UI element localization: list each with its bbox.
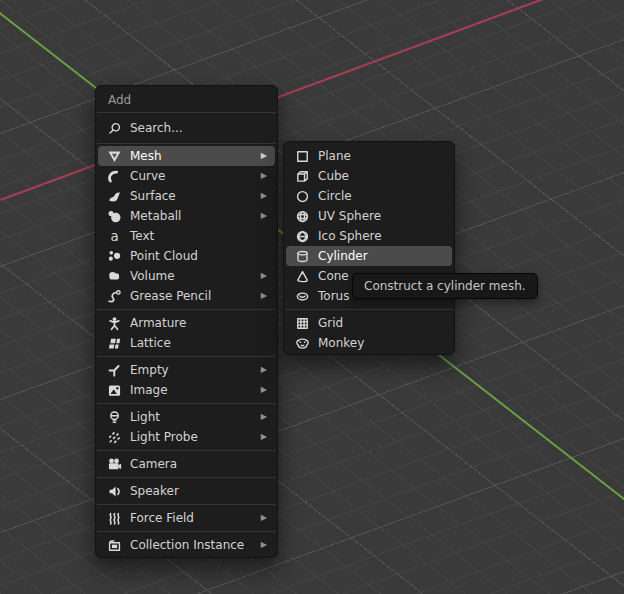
- speaker-icon: [106, 484, 122, 499]
- menu-item-text[interactable]: a Text: [98, 226, 275, 246]
- menu-item-label: Light: [130, 410, 261, 424]
- mesh-submenu: Plane Cube Circle UV Sphere Ico Sphere: [283, 141, 455, 355]
- menu-item-surface[interactable]: Surface ▶: [98, 186, 275, 206]
- menu-item-curve[interactable]: Curve ▶: [98, 166, 275, 186]
- submenu-item-uv-sphere[interactable]: UV Sphere: [286, 206, 452, 226]
- submenu-arrow-icon: ▶: [261, 212, 269, 220]
- submenu-item-ico-sphere[interactable]: Ico Sphere: [286, 226, 452, 246]
- submenu-arrow-icon: ▶: [261, 172, 269, 180]
- menu-item-empty[interactable]: Empty ▶: [98, 360, 275, 380]
- blender-3d-viewport[interactable]: Add Search... Mesh ▶ Curve ▶: [0, 0, 624, 594]
- menu-item-image[interactable]: Image ▶: [98, 380, 275, 400]
- submenu-arrow-icon: ▶: [261, 192, 269, 200]
- menu-separator: [97, 450, 276, 451]
- submenu-arrow-icon: ▶: [261, 433, 269, 441]
- submenu-item-label: Ico Sphere: [318, 229, 446, 243]
- submenu-arrow-icon: ▶: [261, 386, 269, 394]
- menu-item-label: Search...: [130, 121, 269, 135]
- menu-separator: [97, 504, 276, 505]
- menu-item-armature[interactable]: Armature: [98, 313, 275, 333]
- submenu-arrow-icon: ▶: [261, 152, 269, 160]
- submenu-item-label: Grid: [318, 316, 446, 330]
- menu-item-label: Text: [130, 229, 269, 243]
- submenu-item-label: Circle: [318, 189, 446, 203]
- menu-separator: [97, 403, 276, 404]
- submenu-item-cube[interactable]: Cube: [286, 166, 452, 186]
- image-icon: [106, 383, 122, 398]
- menu-item-metaball[interactable]: Metaball ▶: [98, 206, 275, 226]
- menu-title: Add: [96, 92, 277, 110]
- armature-icon: [106, 316, 122, 331]
- menu-item-mesh[interactable]: Mesh ▶: [98, 146, 275, 166]
- svg-text:a: a: [110, 229, 118, 244]
- menu-item-label: Speaker: [130, 484, 269, 498]
- menu-separator: [97, 531, 276, 532]
- menu-item-label: Curve: [130, 169, 261, 183]
- menu-item-label: Collection Instance: [130, 538, 261, 552]
- menu-item-point-cloud[interactable]: Point Cloud: [98, 246, 275, 266]
- menu-separator: [97, 356, 276, 357]
- menu-item-light[interactable]: Light ▶: [98, 407, 275, 427]
- cone-icon: [294, 269, 310, 284]
- menu-item-lattice[interactable]: Lattice: [98, 333, 275, 353]
- menu-item-speaker[interactable]: Speaker: [98, 481, 275, 501]
- menu-item-label: Metaball: [130, 209, 261, 223]
- menu-item-label: Empty: [130, 363, 261, 377]
- circle-icon: [294, 189, 310, 204]
- submenu-item-label: Plane: [318, 149, 446, 163]
- camera-icon: [106, 457, 122, 472]
- add-menu: Add Search... Mesh ▶ Curve ▶: [95, 85, 278, 558]
- grease-pencil-icon: [106, 289, 122, 304]
- submenu-separator: [285, 309, 453, 310]
- menu-separator: [97, 477, 276, 478]
- menu-item-label: Grease Pencil: [130, 289, 261, 303]
- text-icon: a: [106, 229, 122, 244]
- ico-sphere-icon: [294, 229, 310, 244]
- menu-item-collection-instance[interactable]: Collection Instance ▶: [98, 535, 275, 555]
- menu-item-light-probe[interactable]: Light Probe ▶: [98, 427, 275, 447]
- cylinder-icon: [294, 249, 310, 264]
- submenu-item-monkey[interactable]: Monkey: [286, 333, 452, 353]
- submenu-item-label: Cylinder: [318, 249, 446, 263]
- torus-icon: [294, 289, 310, 304]
- menu-item-search[interactable]: Search...: [98, 115, 275, 141]
- lattice-icon: [106, 336, 122, 351]
- cube-icon: [294, 169, 310, 184]
- menu-item-label: Mesh: [130, 149, 261, 163]
- volume-icon: [106, 269, 122, 284]
- submenu-arrow-icon: ▶: [261, 541, 269, 549]
- menu-item-label: Lattice: [130, 336, 269, 350]
- menu-separator: [97, 309, 276, 310]
- tooltip: Construct a cylinder mesh.: [352, 273, 538, 299]
- curve-icon: [106, 169, 122, 184]
- menu-item-label: Armature: [130, 316, 269, 330]
- menu-item-camera[interactable]: Camera: [98, 454, 275, 474]
- force-field-icon: [106, 511, 122, 526]
- menu-item-label: Light Probe: [130, 430, 261, 444]
- submenu-arrow-icon: ▶: [261, 413, 269, 421]
- submenu-item-grid[interactable]: Grid: [286, 313, 452, 333]
- submenu-arrow-icon: ▶: [261, 292, 269, 300]
- search-icon: [106, 121, 122, 136]
- submenu-item-label: UV Sphere: [318, 209, 446, 223]
- submenu-item-label: Cube: [318, 169, 446, 183]
- submenu-item-circle[interactable]: Circle: [286, 186, 452, 206]
- metaball-icon: [106, 209, 122, 224]
- menu-item-grease-pencil[interactable]: Grease Pencil ▶: [98, 286, 275, 306]
- monkey-icon: [294, 336, 310, 351]
- submenu-item-label: Monkey: [318, 336, 446, 350]
- submenu-arrow-icon: ▶: [261, 272, 269, 280]
- menu-item-force-field[interactable]: Force Field ▶: [98, 508, 275, 528]
- light-probe-icon: [106, 430, 122, 445]
- menu-item-volume[interactable]: Volume ▶: [98, 266, 275, 286]
- surface-icon: [106, 189, 122, 204]
- light-icon: [106, 410, 122, 425]
- uv-sphere-icon: [294, 209, 310, 224]
- menu-item-label: Camera: [130, 457, 269, 471]
- collection-instance-icon: [106, 538, 122, 553]
- empty-icon: [106, 363, 122, 378]
- submenu-item-plane[interactable]: Plane: [286, 146, 452, 166]
- submenu-item-cylinder[interactable]: Cylinder: [286, 246, 452, 266]
- submenu-arrow-icon: ▶: [261, 366, 269, 374]
- grid-icon: [294, 316, 310, 331]
